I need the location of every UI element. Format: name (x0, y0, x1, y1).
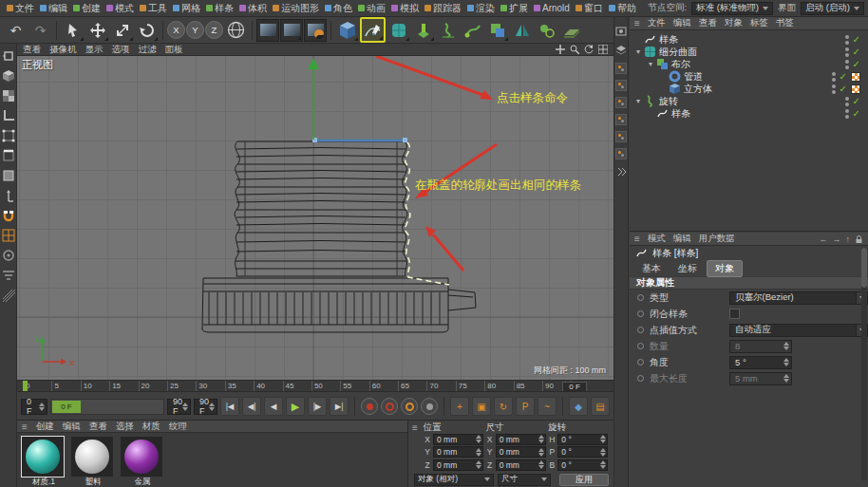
menu-item[interactable]: Arnold (531, 0, 573, 17)
param-circle-icon[interactable] (637, 294, 644, 301)
spinner-icon[interactable] (476, 435, 481, 443)
lock-y-axis-button[interactable]: Y (186, 21, 204, 39)
model-mode-button[interactable] (2, 69, 15, 83)
previous-frame-button[interactable]: ◀ (264, 397, 283, 416)
attribute-manager-menu-item[interactable]: 编辑 (673, 233, 691, 245)
palette-icon[interactable] (615, 63, 627, 74)
double-arrow-icon[interactable] (614, 165, 628, 178)
spinner-icon[interactable] (783, 358, 789, 366)
menu-item[interactable]: 运动图形 (270, 0, 322, 17)
record-keyframe-button[interactable] (361, 398, 378, 415)
material-item[interactable]: 塑料 (71, 437, 115, 487)
object-manager-menu-item[interactable]: 标签 (750, 17, 768, 29)
spinner-icon[interactable] (182, 403, 188, 411)
object-manager-menu-item[interactable]: 文件 (648, 17, 666, 29)
viewport-menu-item[interactable]: 过滤 (139, 44, 157, 56)
lock-x-axis-button[interactable]: X (167, 21, 185, 39)
palette-icon[interactable] (615, 114, 627, 125)
zoom-view-icon[interactable] (569, 45, 579, 55)
material-item[interactable]: 材质.1 (22, 437, 66, 487)
render-to-picture-viewer-button[interactable] (280, 19, 303, 42)
menu-item[interactable]: 样条 (203, 0, 236, 17)
texture-tag-icon[interactable] (851, 72, 860, 82)
menu-item[interactable]: 文件 (4, 0, 37, 17)
visibility-dots-icon[interactable] (845, 35, 849, 45)
add-cube-button[interactable] (335, 18, 359, 42)
play-button[interactable]: ▶ (286, 397, 305, 416)
spinner-icon[interactable] (600, 460, 606, 469)
menu-item[interactable]: 跟踪器 (422, 0, 464, 17)
coordinate-mode-dropdown[interactable]: 对象 (相对) (414, 474, 494, 486)
live-selection-tool[interactable] (61, 18, 85, 42)
playhead-marker[interactable] (23, 381, 28, 392)
menu-item[interactable]: 模式 (104, 0, 137, 17)
viewport-filter-button[interactable] (2, 269, 15, 282)
coordinate-field[interactable]: 0 mm (433, 434, 483, 445)
extrude-button[interactable] (411, 18, 435, 42)
edges-mode-button[interactable] (2, 149, 15, 162)
viewport-menu-item[interactable]: 面板 (165, 44, 183, 56)
lock-workplane-button[interactable] (2, 289, 15, 302)
menu-item[interactable]: 帮助 (606, 0, 639, 17)
object-row-spline[interactable]: 样条 ✓ (630, 33, 868, 46)
render-view-button[interactable] (256, 19, 279, 42)
spinner-icon[interactable] (600, 448, 606, 457)
spinner-icon[interactable] (476, 448, 481, 457)
palette-icon[interactable] (615, 148, 627, 159)
go-to-start-button[interactable]: |◀ (220, 397, 239, 416)
undo-button[interactable]: ↶ (4, 18, 28, 42)
texture-mode-button[interactable] (2, 89, 15, 103)
instance-button[interactable] (535, 18, 558, 42)
object-row-lathe[interactable]: ▾ 旋转 ✓ (630, 95, 868, 107)
menu-item[interactable]: 网格 (170, 0, 203, 17)
rotate-view-icon[interactable] (583, 45, 594, 55)
type-dropdown[interactable]: 贝塞尔(Bezier) (729, 291, 868, 305)
object-manager-menu-item[interactable]: 查看 (699, 17, 717, 29)
attribute-manager-menu-item[interactable]: 模式 (648, 233, 666, 245)
tab-coordinates[interactable]: 坐标 (670, 261, 705, 276)
viewport-menu-item[interactable]: 摄像机 (49, 44, 77, 56)
enabled-check-icon[interactable]: ✓ (853, 109, 860, 119)
make-editable-button[interactable] (2, 49, 15, 63)
points-mode-button[interactable] (2, 129, 15, 142)
material-menu-item[interactable]: 材质 (142, 421, 160, 433)
enabled-check-icon[interactable]: ✓ (840, 84, 847, 94)
menu-item[interactable]: 扩展 (498, 0, 531, 17)
coordinate-system-button[interactable] (224, 18, 248, 42)
hamburger-icon[interactable]: ≡ (634, 18, 640, 28)
pan-view-icon[interactable] (555, 45, 565, 55)
screenshot-icon[interactable] (614, 25, 628, 38)
spinner-icon[interactable] (538, 460, 544, 469)
angle-field[interactable]: 5 ° (729, 356, 792, 369)
menu-item[interactable]: 窗口 (573, 0, 606, 17)
range-end-field[interactable]: 90 F (194, 399, 217, 415)
viewport-menu-item[interactable]: 显示 (85, 44, 104, 56)
material-menu-item[interactable]: 选择 (116, 421, 134, 433)
workplane-mode-button[interactable] (2, 109, 15, 122)
lock-icon[interactable] (855, 234, 863, 244)
object-row-spline-child[interactable]: 样条 ✓ (630, 107, 868, 120)
menu-item[interactable]: 创建 (70, 0, 104, 17)
coordinate-field[interactable]: 0 ° (557, 459, 608, 471)
coordinate-field[interactable]: 0 mm (433, 446, 483, 458)
record-parameter-toggle[interactable]: P (516, 397, 535, 416)
go-to-end-button[interactable]: ▶| (330, 397, 349, 416)
material-thumbnail[interactable] (22, 437, 64, 477)
expand-arrow-icon[interactable]: ▾ (633, 47, 643, 56)
spinner-icon[interactable] (600, 435, 606, 443)
viewport-menu-item[interactable]: 选项 (112, 44, 130, 56)
layout-dropdown[interactable]: 启动 (启动) (801, 2, 864, 15)
timeline-ruler[interactable]: 05101520253035404550556065707580859095 0… (17, 380, 613, 392)
visibility-dots-icon[interactable] (832, 72, 836, 82)
menu-item[interactable]: 编辑 (37, 0, 70, 17)
size-mode-dropdown[interactable]: 尺寸 (498, 474, 551, 486)
material-menu-item[interactable]: 查看 (89, 421, 107, 433)
menu-item[interactable]: 动画 (355, 0, 388, 17)
frame-slider[interactable]: 0 F (50, 399, 164, 415)
hamburger-icon[interactable]: ≡ (412, 422, 424, 433)
visibility-dots-icon[interactable] (845, 109, 849, 119)
next-key-button[interactable]: |▶ (308, 397, 327, 416)
move-tool[interactable] (85, 18, 109, 42)
visibility-dots-icon[interactable] (845, 97, 849, 106)
texture-tag-icon[interactable] (851, 84, 860, 94)
